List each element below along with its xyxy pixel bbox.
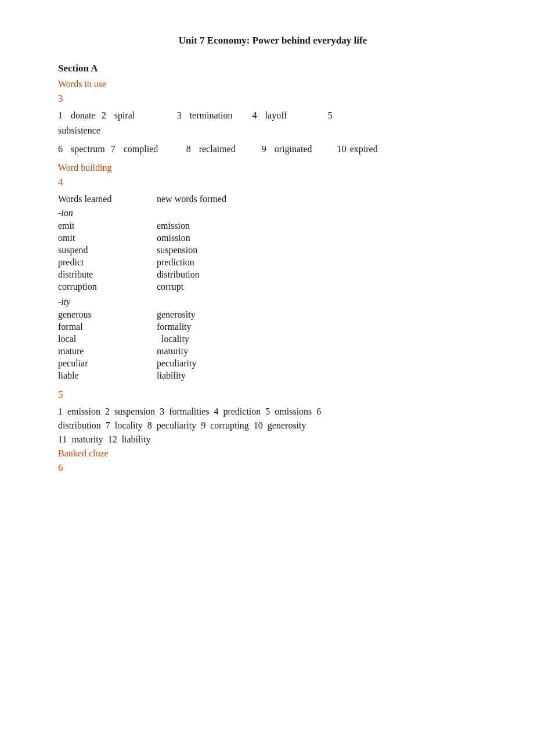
word-4: 4 layoff bbox=[252, 110, 328, 121]
word-5: 5 bbox=[328, 110, 403, 121]
word-building-label: Word building bbox=[58, 163, 488, 173]
word-1: 1 donate bbox=[58, 110, 96, 121]
wb-row-suspend: suspend suspension bbox=[58, 245, 488, 255]
wb-col2-header: new words formed bbox=[157, 194, 261, 204]
subsistence-word: subsistence bbox=[58, 125, 488, 136]
wb-ity-subheader: -ity bbox=[58, 297, 488, 307]
word-2: 2 spiral bbox=[102, 110, 177, 121]
exercise-5-row3: 11 maturity 12 liability bbox=[58, 434, 488, 445]
exercise-3-number: 3 bbox=[58, 93, 488, 105]
wb-table-header: Words learned new words formed bbox=[58, 194, 488, 204]
e5-item-1: 1 emission bbox=[58, 406, 100, 417]
wb-row-predict: predict prediction bbox=[58, 257, 488, 268]
wb-row-distribute: distribute distribution bbox=[58, 269, 488, 280]
wb-row-generous: generous generosity bbox=[58, 309, 488, 320]
e5-item-8: 8 peculiarity bbox=[147, 420, 196, 431]
wb-row-emit: emit emission bbox=[58, 221, 488, 231]
exercise-4-number: 4 bbox=[58, 177, 488, 188]
exercise-5-number: 5 bbox=[58, 389, 488, 401]
page-title: Unit 7 Economy: Power behind everyday li… bbox=[58, 35, 488, 46]
e5-item-5: 5 omissions bbox=[265, 406, 312, 417]
e5-item-9: 9 corrupting bbox=[201, 420, 249, 431]
word-building-table: Words learned new words formed -ion emit… bbox=[58, 194, 488, 381]
word-3: 3 termination bbox=[177, 110, 252, 121]
e5-item-4: 4 prediction bbox=[214, 406, 261, 417]
wb-row-formal: formal formality bbox=[58, 322, 488, 332]
word-7: 7 complied bbox=[111, 144, 186, 154]
wb-ion-subheader: -ion bbox=[58, 208, 488, 218]
exercise-6-number: 6 bbox=[58, 462, 488, 474]
exercise-3-row1: 1 donate 2 spiral 3 termination 4 layoff… bbox=[58, 110, 488, 121]
wb-row-peculiar: peculiar peculiarity bbox=[58, 358, 488, 369]
exercise-3-row2: 6 spectrum 7 complied 8 reclaimed 9 orig… bbox=[58, 144, 488, 154]
word-9: 9 originated bbox=[262, 144, 337, 154]
wb-row-corruption: corruption corrupt bbox=[58, 282, 488, 292]
wb-row-mature: mature maturity bbox=[58, 346, 488, 357]
e5-item-3: 3 formalities bbox=[160, 406, 209, 417]
e5-item-6-num: 6 bbox=[316, 406, 321, 417]
e5-item-7: 7 locality bbox=[106, 420, 143, 431]
e5-item-2: 2 suspension bbox=[105, 406, 155, 417]
e5-distribution: distribution bbox=[58, 420, 101, 431]
word-10: 10 expired bbox=[337, 144, 413, 154]
words-in-use-label: Words in use bbox=[58, 79, 488, 89]
e5-item-10: 10 generosity bbox=[254, 420, 306, 431]
wb-col1-header: Words learned bbox=[58, 194, 157, 204]
word-6: 6 spectrum bbox=[58, 144, 105, 154]
e5-item-12: 12 liability bbox=[108, 434, 151, 445]
e5-item-11: 11 maturity bbox=[58, 434, 103, 445]
section-heading: Section A bbox=[58, 63, 488, 74]
exercise-5-row2: distribution 7 locality 8 peculiarity 9 … bbox=[58, 420, 488, 431]
word-8: 8 reclaimed bbox=[186, 144, 262, 154]
wb-row-local: local locality bbox=[58, 334, 488, 344]
wb-row-omit: omit omission bbox=[58, 233, 488, 243]
exercise-5-row1: 1 emission 2 suspension 3 formalities 4 … bbox=[58, 406, 488, 417]
banked-cloze-label: Banked cloze bbox=[58, 448, 488, 459]
wb-row-liable: liable liability bbox=[58, 370, 488, 381]
